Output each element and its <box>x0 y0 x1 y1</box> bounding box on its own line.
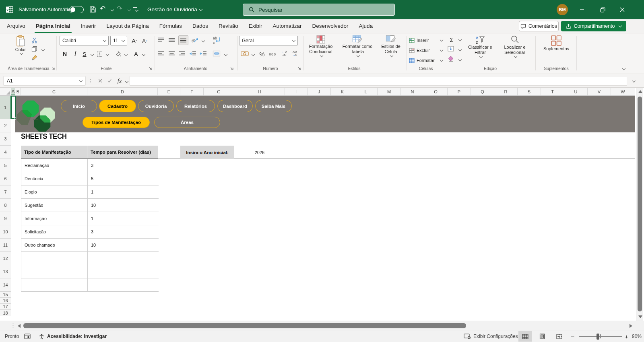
column-header-C[interactable]: C <box>21 88 87 95</box>
scroll-up-icon[interactable] <box>638 90 642 93</box>
cancel-entry-icon[interactable]: ✕ <box>96 76 105 86</box>
macro-record-button[interactable] <box>24 330 31 342</box>
nav-button-cadastro[interactable]: Cadastro <box>99 100 136 112</box>
find-select-button[interactable]: Localizar e Selecionar <box>497 35 533 58</box>
row-header-2[interactable]: 2 <box>0 119 11 132</box>
accounting-chevron-icon[interactable] <box>252 53 255 56</box>
column-header-V[interactable]: V <box>588 88 611 95</box>
copy-icon[interactable] <box>31 46 37 52</box>
increase-indent-icon[interactable] <box>200 51 207 56</box>
workbook-title[interactable]: Gestão de Ouvidoria <box>147 6 197 12</box>
bold-button[interactable]: N <box>60 49 69 58</box>
conditional-formatting-button[interactable]: Formatação Condicional <box>303 35 339 58</box>
row-header-10[interactable]: 10 <box>0 225 11 239</box>
year-value-cell[interactable]: 2026 <box>234 146 285 159</box>
row-header-14[interactable]: 14 <box>0 278 11 292</box>
enter-entry-icon[interactable]: ✓ <box>105 76 114 86</box>
zoom-in-button[interactable]: + <box>625 330 628 342</box>
column-header-I[interactable]: I <box>285 88 308 95</box>
format-painter-icon[interactable] <box>31 54 38 61</box>
format-cells-button[interactable]: Formatar <box>409 56 443 65</box>
nav-button-dashboard[interactable]: Dashboard <box>217 100 253 112</box>
ribbon-tab-inserir[interactable]: Inserir <box>76 19 101 33</box>
column-header-M[interactable]: M <box>378 88 401 95</box>
autosum-chevron-icon[interactable] <box>458 38 462 41</box>
row-header-1[interactable]: 1 <box>0 96 11 119</box>
subnav-button-tipos-de-manifestacao[interactable]: Tipos de Manifestação <box>83 117 150 128</box>
insert-function-icon[interactable]: fx <box>115 76 124 86</box>
column-header-T[interactable]: T <box>541 88 564 95</box>
expand-formula-bar-icon[interactable] <box>632 79 636 82</box>
sheet-tab-splitter[interactable]: ⋮ <box>10 322 16 328</box>
fill-color-chevron-icon[interactable] <box>124 53 128 56</box>
zoom-slider-thumb[interactable] <box>597 334 599 340</box>
column-header-N[interactable]: N <box>401 88 424 95</box>
ribbon-tab-revisao[interactable]: Revisão <box>213 19 244 33</box>
zoom-out-button[interactable]: − <box>571 330 574 342</box>
row-header-9[interactable]: 9 <box>0 212 11 225</box>
redo-icon[interactable]: ↷ <box>117 5 122 12</box>
ribbon-tab-exibir[interactable]: Exibir <box>244 19 268 33</box>
cut-icon[interactable] <box>31 37 37 43</box>
column-header-U[interactable]: U <box>564 88 588 95</box>
avatar[interactable]: BM <box>557 4 568 15</box>
formula-input[interactable] <box>130 76 627 86</box>
accessibility-status[interactable]: Acessibilidade: investigar <box>39 330 107 342</box>
column-header-Q[interactable]: Q <box>471 88 494 95</box>
vertical-scrollbar-thumb[interactable] <box>638 97 642 311</box>
table-row[interactable]: Solicitação3 <box>21 225 159 239</box>
fill-down-icon[interactable] <box>448 46 454 52</box>
zoom-level[interactable]: 90% <box>632 330 642 342</box>
column-header-W[interactable]: W <box>611 88 635 95</box>
autosave-toggle[interactable] <box>69 6 84 13</box>
close-button[interactable] <box>613 0 632 19</box>
number-format-combo[interactable]: Geral <box>239 36 298 45</box>
decrease-indent-icon[interactable] <box>189 51 196 56</box>
italic-button[interactable]: I <box>71 49 80 58</box>
table-row[interactable]: Informação1 <box>21 212 159 225</box>
collapse-ribbon-icon[interactable] <box>622 67 625 70</box>
vertical-scrollbar[interactable] <box>636 88 643 321</box>
row-header-12[interactable]: 12 <box>0 252 11 265</box>
horizontal-scrollbar-thumb[interactable] <box>23 323 466 328</box>
row-header-17[interactable]: 17 <box>0 304 11 310</box>
excel-app-icon[interactable]: x <box>5 6 14 14</box>
scroll-left-icon[interactable] <box>18 324 21 328</box>
table-row[interactable]: Outro chamado10 <box>21 239 159 252</box>
undo-icon[interactable]: ↶ <box>100 5 105 12</box>
borders-chevron-icon[interactable] <box>106 53 109 56</box>
redo-dropdown-icon[interactable] <box>128 8 131 11</box>
column-header-P[interactable]: P <box>448 88 471 95</box>
percent-style-icon[interactable]: % <box>258 49 266 58</box>
table-row[interactable]: Sugestão10 <box>21 199 159 212</box>
align-bottom-button[interactable] <box>178 35 188 45</box>
row-header-11[interactable]: 11 <box>0 239 11 252</box>
alignment-dialog-launcher-icon[interactable] <box>230 66 233 70</box>
column-header-H[interactable]: H <box>234 88 285 95</box>
align-middle-icon[interactable] <box>168 37 175 43</box>
column-header-G[interactable]: G <box>204 88 234 95</box>
column-header-O[interactable]: O <box>424 88 448 95</box>
delete-cells-button[interactable]: Excluir <box>409 46 443 55</box>
page-break-view-button[interactable] <box>552 331 566 342</box>
align-left-icon[interactable] <box>158 51 165 56</box>
nav-button-inicio[interactable]: Início <box>61 100 97 112</box>
save-icon[interactable] <box>89 6 96 13</box>
select-all-corner[interactable] <box>0 88 11 96</box>
font-dialog-launcher-icon[interactable] <box>149 66 152 70</box>
active-cell-a1[interactable] <box>11 96 16 119</box>
ribbon-tab-layout-da-pagina[interactable]: Layout da Página <box>101 19 154 33</box>
increase-font-icon[interactable]: A^ <box>130 36 139 45</box>
horizontal-scrollbar[interactable]: ⋮ <box>0 321 644 330</box>
underline-button[interactable]: S <box>80 49 89 58</box>
clear-chevron-icon[interactable] <box>458 58 462 61</box>
sort-filter-button[interactable]: A Z Classificar e Filtrar <box>464 35 497 58</box>
align-right-icon[interactable] <box>179 51 186 56</box>
accounting-format-icon[interactable] <box>241 51 249 57</box>
increase-decimal-icon[interactable]: ←0.00 <box>280 50 288 57</box>
table-row[interactable] <box>21 252 159 265</box>
clipboard-dialog-launcher-icon[interactable] <box>51 66 55 70</box>
minimize-button[interactable] <box>572 0 592 19</box>
orientation-chevron-icon[interactable] <box>202 39 205 42</box>
cell-styles-button[interactable]: Estilos de Célula <box>376 35 406 58</box>
